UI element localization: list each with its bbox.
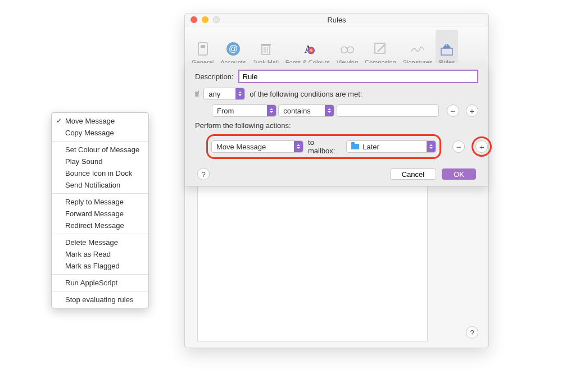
svg-rect-16 (441, 48, 452, 55)
updown-icon (267, 105, 276, 116)
menu-item[interactable]: Play Sound (52, 156, 148, 167)
condition-row: From contains − + (195, 104, 478, 117)
if-tail-label: of the following conditions are met: (250, 90, 362, 98)
preferences-toolbar: General @ Accounts Junk Mail A Fonts & C… (185, 26, 488, 66)
if-label: If (195, 90, 199, 98)
tab-general[interactable]: General (188, 30, 217, 66)
updown-icon (294, 141, 303, 152)
action-row: Move Message to mailbox: Later − + (195, 134, 478, 159)
menu-item[interactable]: Forward Message (52, 208, 148, 220)
sheet-button-row: ? Cancel OK (185, 166, 488, 180)
to-mailbox-label: to mailbox: (308, 138, 342, 155)
help-corner: ? (466, 326, 478, 339)
description-label: Description: (195, 72, 234, 81)
rules-icon (439, 41, 455, 57)
menu-separator (52, 234, 148, 234)
tab-junk-mail[interactable]: Junk Mail (249, 30, 282, 66)
menu-item[interactable]: Delete Message (52, 236, 148, 248)
menu-separator (52, 141, 148, 142)
updown-icon (427, 141, 436, 152)
tab-viewing[interactable]: Viewing (333, 30, 361, 66)
mailbox-value: Later (362, 143, 379, 151)
updown-icon (235, 88, 244, 99)
remove-condition-button[interactable]: − (447, 104, 459, 117)
action-popup[interactable]: Move Message (211, 140, 303, 153)
condition-value-input[interactable] (337, 104, 439, 117)
titlebar: Rules (185, 13, 488, 26)
add-action-button[interactable]: + (475, 140, 488, 153)
window-title: Rules (185, 16, 488, 24)
condition-field-popup[interactable]: From (212, 104, 277, 117)
signature-icon (410, 41, 425, 57)
condition-field-value: From (217, 107, 234, 115)
svg-text:@: @ (229, 44, 238, 53)
menu-item[interactable]: Copy Message (52, 127, 148, 139)
svg-rect-5 (261, 44, 271, 45)
menu-item[interactable]: Move Message (52, 115, 148, 127)
menu-item[interactable]: Run AppleScript (52, 277, 148, 289)
menu-item[interactable]: Mark as Read (52, 248, 148, 260)
action-add-remove: − + (452, 136, 492, 157)
tab-signatures[interactable]: Signatures (400, 30, 436, 66)
menu-item[interactable]: Mark as Flagged (52, 260, 148, 272)
match-mode-value: any (209, 90, 220, 98)
menu-separator (52, 193, 148, 194)
updown-icon (325, 105, 334, 116)
menu-item[interactable]: Send Notification (52, 179, 148, 191)
action-highlight: Move Message to mailbox: Later (206, 134, 441, 159)
action-value: Move Message (216, 143, 266, 151)
menu-item[interactable]: Stop evaluating rules (52, 294, 148, 306)
perform-label-row: Perform the following actions: (195, 121, 478, 130)
help-button[interactable]: ? (466, 326, 478, 339)
rules-list-area (197, 182, 428, 341)
menu-item[interactable]: Bounce Icon in Dock (52, 167, 148, 179)
menu-separator (52, 291, 148, 291)
add-action-highlight: + (472, 136, 492, 157)
action-context-menu[interactable]: Move MessageCopy MessageSet Colour of Me… (51, 112, 149, 308)
compose-icon (373, 41, 388, 57)
svg-rect-1 (201, 45, 205, 48)
ok-button[interactable]: OK (442, 168, 476, 180)
if-row: If any of the following conditions are m… (195, 88, 478, 100)
tab-accounts[interactable]: @ Accounts (217, 30, 249, 66)
help-button[interactable]: ? (197, 168, 210, 180)
trash-icon (258, 41, 274, 57)
remove-action-button[interactable]: − (452, 140, 465, 153)
svg-point-12 (347, 47, 353, 53)
svg-point-11 (341, 47, 347, 53)
glasses-icon (339, 41, 355, 57)
match-mode-popup[interactable]: any (203, 88, 245, 100)
menu-item[interactable]: Redirect Message (52, 220, 148, 231)
tab-fonts-colours[interactable]: A Fonts & Colours (282, 30, 333, 66)
preferences-window: Rules General @ Accounts Junk Mail A (184, 13, 489, 348)
switch-icon (195, 41, 211, 57)
rule-editor-sheet: Description: If any of the following con… (185, 63, 488, 186)
fonts-colours-icon: A (300, 41, 315, 57)
folder-icon (351, 144, 359, 149)
svg-rect-14 (375, 43, 385, 53)
tab-rules[interactable]: Rules (436, 30, 458, 66)
mailbox-popup[interactable]: Later (346, 140, 436, 153)
cancel-button[interactable]: Cancel (390, 168, 436, 180)
menu-separator (52, 274, 148, 275)
description-input[interactable] (238, 70, 478, 83)
svg-line-15 (378, 45, 384, 52)
tab-composing[interactable]: Composing (361, 30, 400, 66)
menu-item[interactable]: Reply to Message (52, 196, 148, 208)
svg-point-10 (307, 47, 315, 54)
perform-label: Perform the following actions: (195, 121, 291, 130)
description-row: Description: (195, 70, 478, 83)
svg-rect-0 (198, 43, 207, 55)
add-condition-button[interactable]: + (466, 104, 478, 117)
condition-op-value: contains (283, 107, 310, 115)
condition-op-popup[interactable]: contains (278, 104, 334, 117)
menu-item[interactable]: Set Colour of Message (52, 144, 148, 156)
at-icon: @ (225, 41, 241, 57)
condition-add-remove: − + (447, 104, 478, 117)
